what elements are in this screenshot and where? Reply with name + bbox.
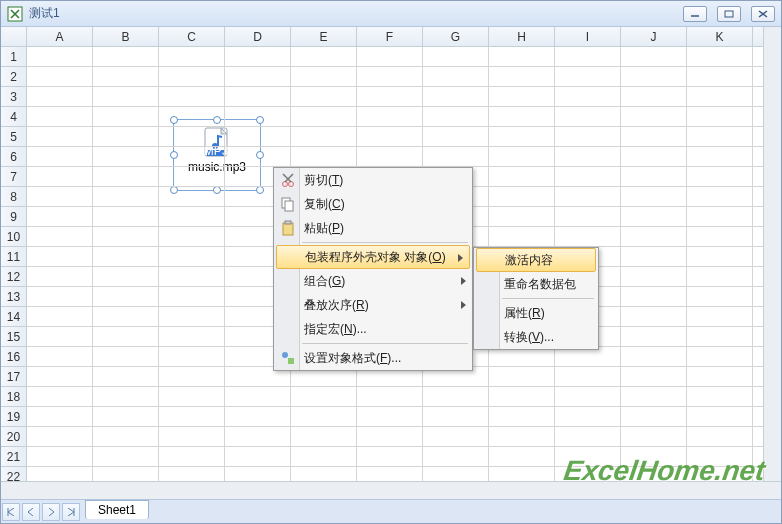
row-header[interactable]: 6 xyxy=(1,147,26,167)
mp3-file-icon: MP3 xyxy=(201,126,233,158)
copy-icon xyxy=(280,196,296,212)
row-header[interactable]: 9 xyxy=(1,207,26,227)
menu-item[interactable]: 复制(C) xyxy=(274,192,472,216)
svg-rect-10 xyxy=(285,201,293,211)
embedded-object[interactable]: MP3 music.mp3 xyxy=(173,119,261,191)
submenu-item-label: 重命名数据包 xyxy=(504,276,576,293)
chevron-right-icon xyxy=(458,254,463,262)
row-header[interactable]: 5 xyxy=(1,127,26,147)
svg-rect-14 xyxy=(288,358,294,364)
submenu-item[interactable]: 重命名数据包 xyxy=(474,272,598,296)
embedded-object-label: music.mp3 xyxy=(174,160,260,174)
menu-item-label: 叠放次序(R) xyxy=(304,297,369,314)
submenu-item[interactable]: 转换(V)... xyxy=(474,325,598,349)
menu-item[interactable]: 设置对象格式(F)... xyxy=(274,346,472,370)
select-all-corner[interactable] xyxy=(1,27,27,46)
row-header[interactable]: 4 xyxy=(1,107,26,127)
column-header[interactable]: D xyxy=(225,27,291,46)
submenu-item[interactable]: 属性(R) xyxy=(474,301,598,325)
menu-item[interactable]: 组合(G) xyxy=(274,269,472,293)
row-header[interactable]: 19 xyxy=(1,407,26,427)
excel-icon xyxy=(7,6,23,22)
svg-point-8 xyxy=(289,182,294,187)
row-header[interactable]: 16 xyxy=(1,347,26,367)
menu-item-label: 粘贴(P) xyxy=(304,220,344,237)
menu-item[interactable]: 叠放次序(R) xyxy=(274,293,472,317)
row-header[interactable]: 21 xyxy=(1,447,26,467)
svg-point-13 xyxy=(282,352,288,358)
row-headers: 12345678910111213141516171819202122 xyxy=(1,47,27,499)
menu-item[interactable]: 粘贴(P) xyxy=(274,216,472,240)
tab-nav-first[interactable] xyxy=(2,503,20,521)
sheet-tab-bar: Sheet1 xyxy=(1,499,781,523)
menu-item-label: 包装程序外壳对象 对象(O) xyxy=(305,249,446,266)
column-header[interactable]: I xyxy=(555,27,621,46)
watermark: ExcelHome.net xyxy=(562,455,767,487)
menu-item-label: 组合(G) xyxy=(304,273,345,290)
column-header[interactable]: H xyxy=(489,27,555,46)
tab-nav-last[interactable] xyxy=(62,503,80,521)
column-header[interactable]: K xyxy=(687,27,753,46)
row-header[interactable]: 7 xyxy=(1,167,26,187)
window-buttons xyxy=(683,6,775,22)
svg-point-7 xyxy=(283,182,288,187)
row-header[interactable]: 12 xyxy=(1,267,26,287)
tab-nav-next[interactable] xyxy=(42,503,60,521)
column-header[interactable]: J xyxy=(621,27,687,46)
column-header[interactable]: C xyxy=(159,27,225,46)
close-button[interactable] xyxy=(751,6,775,22)
submenu-item-label: 属性(R) xyxy=(504,305,545,322)
row-header[interactable]: 20 xyxy=(1,427,26,447)
tab-nav-prev[interactable] xyxy=(22,503,40,521)
svg-rect-11 xyxy=(283,223,293,235)
row-header[interactable]: 1 xyxy=(1,47,26,67)
row-header[interactable]: 11 xyxy=(1,247,26,267)
menu-item-label: 指定宏(N)... xyxy=(304,321,367,338)
menu-item-label: 复制(C) xyxy=(304,196,345,213)
column-headers: ABCDEFGHIJK xyxy=(1,27,781,47)
menu-item-label: 设置对象格式(F)... xyxy=(304,350,401,367)
row-header[interactable]: 13 xyxy=(1,287,26,307)
submenu-item-label: 激活内容 xyxy=(505,252,553,269)
app-window: 测试1 ABCDEFGHIJK 123456789101112131415161… xyxy=(0,0,782,524)
row-header[interactable]: 10 xyxy=(1,227,26,247)
submenu-item-label: 转换(V)... xyxy=(504,329,554,346)
paste-icon xyxy=(280,220,296,236)
vertical-scrollbar[interactable] xyxy=(763,27,781,481)
context-menu: 剪切(T)复制(C)粘贴(P)包装程序外壳对象 对象(O)组合(G)叠放次序(R… xyxy=(273,167,473,371)
menu-item[interactable]: 包装程序外壳对象 对象(O) xyxy=(276,245,470,269)
window-title: 测试1 xyxy=(29,5,683,22)
submenu-item[interactable]: 激活内容 xyxy=(476,248,596,272)
menu-item[interactable]: 剪切(T) xyxy=(274,168,472,192)
chevron-right-icon xyxy=(461,277,466,285)
context-submenu: 激活内容重命名数据包属性(R)转换(V)... xyxy=(473,247,599,350)
row-header[interactable]: 2 xyxy=(1,67,26,87)
row-header[interactable]: 3 xyxy=(1,87,26,107)
column-header[interactable]: G xyxy=(423,27,489,46)
chevron-right-icon xyxy=(461,301,466,309)
row-header[interactable]: 18 xyxy=(1,387,26,407)
row-header[interactable]: 15 xyxy=(1,327,26,347)
row-header[interactable]: 8 xyxy=(1,187,26,207)
svg-rect-12 xyxy=(285,221,291,224)
svg-rect-2 xyxy=(725,11,733,17)
minimize-button[interactable] xyxy=(683,6,707,22)
sheet-tab[interactable]: Sheet1 xyxy=(85,500,149,519)
column-header[interactable]: B xyxy=(93,27,159,46)
menu-item-label: 剪切(T) xyxy=(304,172,343,189)
column-header[interactable]: E xyxy=(291,27,357,46)
column-header[interactable]: A xyxy=(27,27,93,46)
format-icon xyxy=(280,350,296,366)
menu-item[interactable]: 指定宏(N)... xyxy=(274,317,472,341)
row-header[interactable]: 14 xyxy=(1,307,26,327)
column-header[interactable]: F xyxy=(357,27,423,46)
titlebar: 测试1 xyxy=(1,1,781,27)
cut-icon xyxy=(280,172,296,188)
maximize-button[interactable] xyxy=(717,6,741,22)
row-header[interactable]: 17 xyxy=(1,367,26,387)
